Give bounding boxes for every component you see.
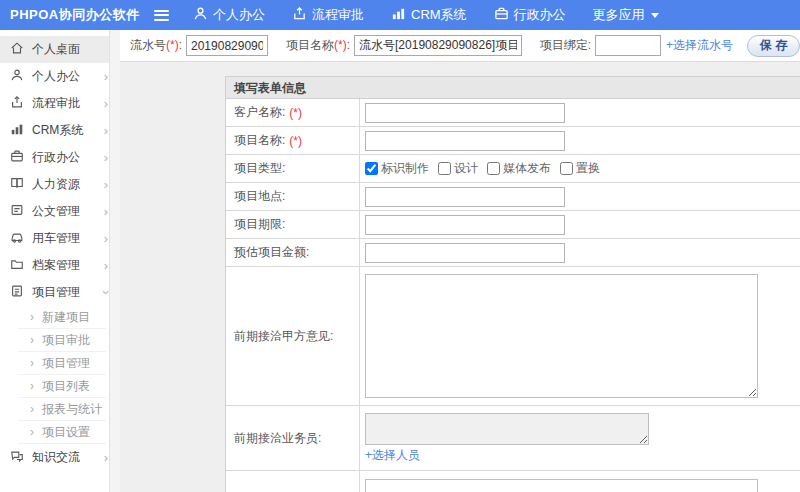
- field-label: 项目期限:: [226, 211, 360, 238]
- flow-icon: [10, 95, 24, 112]
- checkbox-design[interactable]: [438, 162, 451, 175]
- bottom-textarea[interactable]: [365, 479, 758, 492]
- home-icon: [10, 41, 24, 58]
- sidebar-item-label: 个人桌面: [32, 41, 80, 58]
- project-name-input[interactable]: [354, 35, 522, 56]
- serial-number-label: 流水号(*):: [130, 37, 182, 54]
- required-mark: (*): [289, 106, 302, 120]
- project-name-field-input[interactable]: [365, 131, 565, 151]
- sidebar-item-label: 个人办公: [32, 68, 80, 85]
- sidebar-item-label: 公文管理: [32, 203, 80, 220]
- sidebar-subitem-reports-stats[interactable]: › 报表与统计: [18, 398, 106, 421]
- sidebar-subitem-project-list[interactable]: › 项目列表: [18, 375, 106, 398]
- sidebar-item-workflow-approval[interactable]: 流程审批 ›: [0, 90, 120, 117]
- chevron-right-icon: ›: [30, 379, 34, 393]
- main-content: 流水号(*): 项目名称(*): 项目绑定: +选择流水号 保 存 填写表单信息…: [120, 30, 800, 492]
- sidebar-subitem-project-approval[interactable]: › 项目审批: [18, 329, 106, 352]
- select-person-link[interactable]: +选择人员: [365, 447, 420, 464]
- save-button[interactable]: 保 存: [747, 35, 800, 57]
- nav-personal-office[interactable]: 个人办公: [193, 6, 265, 24]
- required-mark: (*): [166, 38, 179, 52]
- sidebar-subitem-project-settings[interactable]: › 项目设置: [18, 421, 106, 444]
- sidebar-item-hr[interactable]: 人力资源 ›: [0, 171, 120, 198]
- nav-more-apps[interactable]: 更多应用: [593, 6, 659, 24]
- checkbox-label: 设计: [454, 160, 478, 177]
- chevron-right-icon: ›: [104, 451, 108, 464]
- project-binding-label: 项目绑定:: [540, 37, 591, 54]
- project-duration-input[interactable]: [365, 215, 565, 235]
- nav-label: 行政办公: [514, 6, 566, 24]
- top-nav: 个人办公 流程审批 CRM系统 行政办公 更多应用: [193, 6, 686, 24]
- salesperson-textarea[interactable]: [365, 413, 649, 445]
- sidebar-item-desktop[interactable]: 个人桌面: [0, 36, 120, 63]
- client-opinion-textarea[interactable]: [365, 274, 758, 398]
- project-location-input[interactable]: [365, 187, 565, 207]
- serial-number-input[interactable]: [186, 35, 268, 56]
- user-icon: [10, 68, 24, 85]
- flow-icon: [292, 6, 312, 24]
- sidebar-item-admin-office[interactable]: 行政办公 ›: [0, 144, 120, 171]
- sidebar-item-label: 人力资源: [32, 176, 80, 193]
- checkbox-label: 媒体发布: [503, 160, 551, 177]
- form-row-client-opinion: 前期接洽甲方意见:: [226, 267, 800, 406]
- form-area: 填写表单信息 客户名称:(*) 项目名称:(*) 项目类型: 标识制作 设计: [120, 62, 800, 492]
- sidebar-item-personal-office[interactable]: 个人办公 ›: [0, 63, 120, 90]
- briefcase-icon: [10, 149, 24, 166]
- form-panel-title: 填写表单信息: [226, 77, 800, 99]
- chevron-right-icon: ›: [104, 97, 108, 110]
- estimated-amount-input[interactable]: [365, 243, 565, 263]
- customer-name-input[interactable]: [365, 103, 565, 123]
- sidebar-subitem-label: 项目管理: [42, 355, 90, 372]
- chevron-right-icon: ›: [104, 124, 108, 137]
- sidebar-item-label: 项目管理: [32, 284, 80, 301]
- field-label: 预估项目金额:: [226, 239, 360, 266]
- sidebar-item-project-mgmt[interactable]: 项目管理 ›: [0, 279, 120, 306]
- sidebar-item-crm[interactable]: CRM系统 ›: [0, 117, 120, 144]
- checkbox-sign-making[interactable]: [365, 162, 378, 175]
- sidebar-item-knowledge-exchange[interactable]: 知识交流 ›: [0, 444, 120, 471]
- chart-icon: [10, 122, 24, 139]
- field-label: 项目名称:(*): [226, 127, 360, 154]
- sidebar-item-document-mgmt[interactable]: 公文管理 ›: [0, 198, 120, 225]
- user-icon: [193, 6, 213, 24]
- topbar: PHPOA协同办公软件 个人办公 流程审批 CRM系统 行政办公 更多应用: [0, 0, 800, 30]
- form-panel: 填写表单信息 客户名称:(*) 项目名称:(*) 项目类型: 标识制作 设计: [225, 76, 800, 492]
- nav-workflow-approval[interactable]: 流程审批: [292, 6, 364, 24]
- app-logo: PHPOA协同办公软件: [0, 6, 142, 24]
- sidebar-scrollbar[interactable]: [109, 30, 120, 492]
- chevron-right-icon: ›: [104, 205, 108, 218]
- nav-crm-system[interactable]: CRM系统: [391, 6, 467, 24]
- field-label: 前期接洽业务员:: [226, 406, 360, 470]
- form-row-bottom-cutoff: [226, 471, 800, 492]
- chevron-right-icon: ›: [104, 151, 108, 164]
- chevron-right-icon: ›: [104, 232, 108, 245]
- select-serial-link[interactable]: +选择流水号: [666, 37, 733, 54]
- briefcase-icon: [494, 6, 514, 24]
- hamburger-menu-icon[interactable]: [154, 10, 169, 21]
- form-row-project-type: 项目类型: 标识制作 设计 媒体发布 置换: [226, 155, 800, 183]
- checkbox-media-release[interactable]: [487, 162, 500, 175]
- nav-label: 更多应用: [593, 6, 645, 24]
- sidebar-item-label: 知识交流: [32, 449, 80, 466]
- sidebar-subitem-label: 报表与统计: [42, 401, 102, 418]
- car-icon: [10, 230, 24, 247]
- record-toolbar: 流水号(*): 项目名称(*): 项目绑定: +选择流水号 保 存: [120, 30, 800, 62]
- project-binding-input[interactable]: [595, 35, 661, 56]
- checkbox-replacement[interactable]: [560, 162, 573, 175]
- sidebar-subitem-project-manage[interactable]: › 项目管理: [18, 352, 106, 375]
- project-name-label: 项目名称(*):: [286, 37, 350, 54]
- sidebar-item-vehicle-mgmt[interactable]: 用车管理 ›: [0, 225, 120, 252]
- field-label: 项目类型:: [226, 155, 360, 182]
- sidebar-item-archive-mgmt[interactable]: 档案管理 ›: [0, 252, 120, 279]
- checkbox-label: 置换: [576, 160, 600, 177]
- field-label: 项目地点:: [226, 183, 360, 210]
- form-row-estimated-amount: 预估项目金额:: [226, 239, 800, 267]
- chevron-right-icon: ›: [30, 310, 34, 324]
- sidebar-item-label: 流程审批: [32, 95, 80, 112]
- checkbox-label: 标识制作: [381, 160, 429, 177]
- sidebar-subitem-new-project[interactable]: › 新建项目: [18, 306, 106, 329]
- form-row-project-duration: 项目期限:: [226, 211, 800, 239]
- sidebar-item-label: 用车管理: [32, 230, 80, 247]
- form-row-customer-name: 客户名称:(*): [226, 99, 800, 127]
- nav-admin-office[interactable]: 行政办公: [494, 6, 566, 24]
